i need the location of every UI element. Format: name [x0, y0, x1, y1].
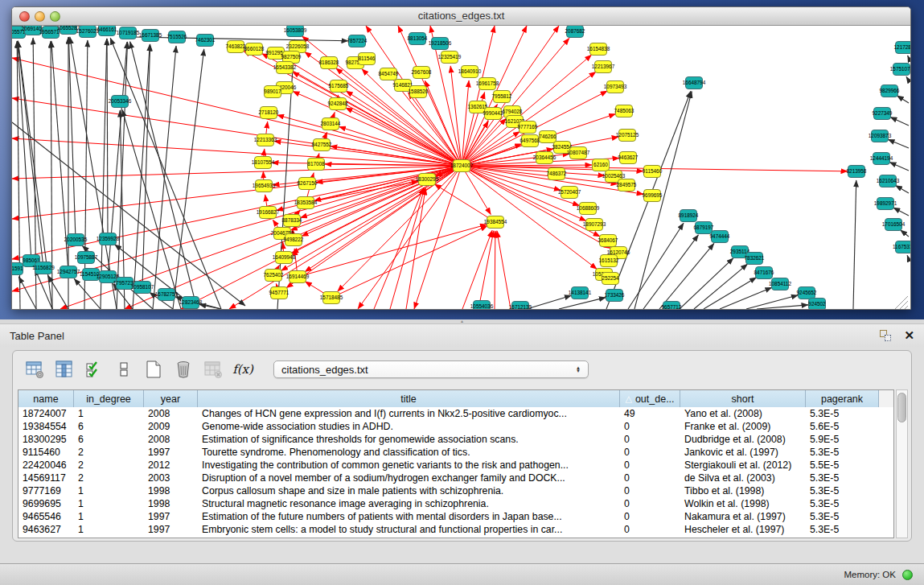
- graph-node[interactable]: 10688609: [577, 203, 600, 215]
- graph-node[interactable]: 18353584: [294, 197, 318, 209]
- graph-node[interactable]: 9242848: [328, 98, 348, 110]
- cell-year[interactable]: 2008: [144, 433, 198, 446]
- graph-node[interactable]: 9777169: [518, 122, 538, 134]
- graph-node[interactable]: 8454749: [379, 68, 399, 80]
- cell-pagerank[interactable]: 5.3E-5: [806, 472, 879, 484]
- cell-year[interactable]: 2009: [144, 420, 198, 433]
- graph-node[interactable]: 817008: [307, 159, 325, 171]
- scrollbar-thumb[interactable]: [897, 393, 906, 422]
- column-header-name[interactable]: name: [18, 390, 74, 407]
- cell-in_degree[interactable]: 1: [74, 497, 144, 510]
- graph-node[interactable]: 16712135: [509, 302, 532, 310]
- cell-out_de[interactable]: 0: [620, 420, 680, 433]
- cell-title[interactable]: Genome-wide association studies in ADHD.: [198, 420, 620, 433]
- cell-year[interactable]: 2003: [144, 472, 198, 484]
- graph-node[interactable]: 16914469: [286, 271, 310, 283]
- cell-out_de[interactable]: 0: [620, 446, 680, 459]
- cell-in_degree[interactable]: 1: [74, 510, 144, 523]
- graph-node[interactable]: 16210643: [877, 175, 900, 187]
- cell-pagerank[interactable]: 5.3E-5: [806, 497, 879, 510]
- graph-node[interactable]: 12213363: [254, 134, 277, 146]
- select-all-button[interactable]: [84, 359, 105, 380]
- graph-node[interactable]: 9699695: [643, 190, 663, 202]
- cell-title[interactable]: Disruption of a novel member of a sodium…: [198, 472, 620, 484]
- graph-node[interactable]: 6497568: [520, 135, 540, 147]
- cell-short[interactable]: de Silva et al. (2003): [680, 472, 806, 484]
- cell-pagerank[interactable]: 5.3E-5: [806, 446, 879, 459]
- graph-node[interactable]: 924502: [808, 299, 826, 310]
- graph-node[interactable]: 1217284: [894, 42, 910, 54]
- memory-status-indicator[interactable]: [902, 570, 913, 580]
- cell-short[interactable]: Stergiakouli et al. (2012): [680, 459, 806, 472]
- graph-node[interactable]: 12823468: [179, 297, 203, 309]
- cell-short[interactable]: Nakamura et al. (1997): [680, 510, 806, 523]
- cell-short[interactable]: Franke et al. (2009): [680, 420, 806, 433]
- cell-name[interactable]: 18300295: [18, 433, 74, 446]
- graph-node[interactable]: 7832621: [745, 253, 765, 265]
- graph-node[interactable]: 15720407: [558, 187, 581, 199]
- graph-node[interactable]: 9829966: [880, 85, 900, 97]
- function-builder-button[interactable]: f(x): [232, 359, 253, 380]
- graph-node[interactable]: 10973493: [604, 81, 627, 93]
- table-row[interactable]: 911546021997Tourette syndrome. Phenomeno…: [18, 446, 893, 459]
- graph-node[interactable]: 7463822: [226, 41, 246, 53]
- cell-year[interactable]: 2008: [144, 407, 198, 420]
- graph-node[interactable]: 19892971: [874, 198, 897, 210]
- graph-node[interactable]: 19218506: [429, 38, 452, 50]
- graph-node[interactable]: 7462301: [195, 35, 216, 47]
- cell-name[interactable]: 22420046: [18, 459, 74, 472]
- graph-node[interactable]: 9115460: [643, 166, 663, 178]
- graph-node[interactable]: 15718485: [320, 292, 343, 304]
- column-header-out_de[interactable]: △out_de...: [620, 390, 680, 407]
- table-row[interactable]: 1938455462009Genome-wide association stu…: [18, 420, 893, 433]
- close-panel-icon[interactable]: ✕: [904, 330, 914, 341]
- graph-node[interactable]: 746266: [539, 131, 556, 143]
- graph-node[interactable]: 989017: [264, 86, 281, 98]
- graph-node[interactable]: 20200535: [64, 234, 88, 246]
- cell-title[interactable]: Structural magnetic resonance image aver…: [198, 497, 620, 510]
- cell-year[interactable]: 2012: [144, 459, 198, 472]
- graph-node[interactable]: 9463627: [618, 152, 639, 164]
- cell-title[interactable]: Embryonic stem cells: a model to study s…: [198, 523, 620, 536]
- graph-node[interactable]: 12325419: [438, 51, 462, 64]
- graph-node[interactable]: 14138141: [569, 287, 592, 299]
- graph-node[interactable]: 1615132: [599, 255, 619, 267]
- graph-node[interactable]: 8471676: [754, 267, 774, 279]
- cell-title[interactable]: Changes of HCN gene expression and I(f) …: [198, 407, 620, 420]
- graph-node[interactable]: 18107554: [252, 157, 275, 169]
- graph-node[interactable]: 12213967: [592, 61, 615, 73]
- graph-node[interactable]: 2967608: [412, 67, 432, 79]
- graph-node[interactable]: 9227349: [873, 108, 893, 120]
- column-header-title[interactable]: title: [198, 390, 620, 407]
- graph-node[interactable]: 16961758: [476, 78, 499, 90]
- cell-out_de[interactable]: 0: [620, 472, 680, 484]
- network-canvas[interactable]: 1872400774638228660128891295423226058982…: [12, 26, 910, 309]
- graph-node[interactable]: 10554036: [470, 301, 494, 310]
- table-selector-dropdown[interactable]: citations_edges.txt ▲▼: [273, 360, 589, 378]
- cell-in_degree[interactable]: 1: [74, 484, 144, 497]
- cell-out_de[interactable]: 0: [620, 497, 680, 510]
- graph-node[interactable]: 16154838: [587, 43, 610, 56]
- cell-short[interactable]: Wolkin et al. (1998): [680, 497, 806, 510]
- graph-node[interactable]: 2087682: [565, 26, 585, 38]
- graph-node[interactable]: 7955812: [492, 91, 512, 103]
- graph-node[interactable]: 62160: [593, 159, 610, 171]
- cell-name[interactable]: 18724007: [18, 407, 74, 420]
- cell-year[interactable]: 1998: [144, 484, 198, 497]
- column-header-in_degree[interactable]: in_degree: [74, 390, 144, 407]
- show-columns-button[interactable]: [54, 359, 75, 380]
- network-window-titlebar[interactable]: citations_edges.txt: [12, 7, 910, 26]
- table-row[interactable]: 977716911998Corpus callosum shape and si…: [18, 484, 893, 497]
- graph-node[interactable]: 7485063: [614, 105, 634, 117]
- cell-in_degree[interactable]: 6: [74, 433, 144, 446]
- table-row[interactable]: 946362711997Embryonic stem cells: a mode…: [18, 523, 893, 536]
- cell-pagerank[interactable]: 5.6E-5: [806, 420, 879, 433]
- cell-pagerank[interactable]: 5.9E-5: [806, 433, 879, 446]
- table-mode-button[interactable]: [24, 359, 45, 380]
- cell-name[interactable]: 9699695: [18, 497, 74, 510]
- cell-title[interactable]: Estimation of significance thresholds fo…: [198, 433, 620, 446]
- cell-in_degree[interactable]: 6: [74, 420, 144, 433]
- column-header-short[interactable]: short: [680, 390, 806, 407]
- network-window[interactable]: citations_edges.txt 18724007746382286601…: [11, 6, 911, 310]
- create-column-button[interactable]: [143, 359, 164, 380]
